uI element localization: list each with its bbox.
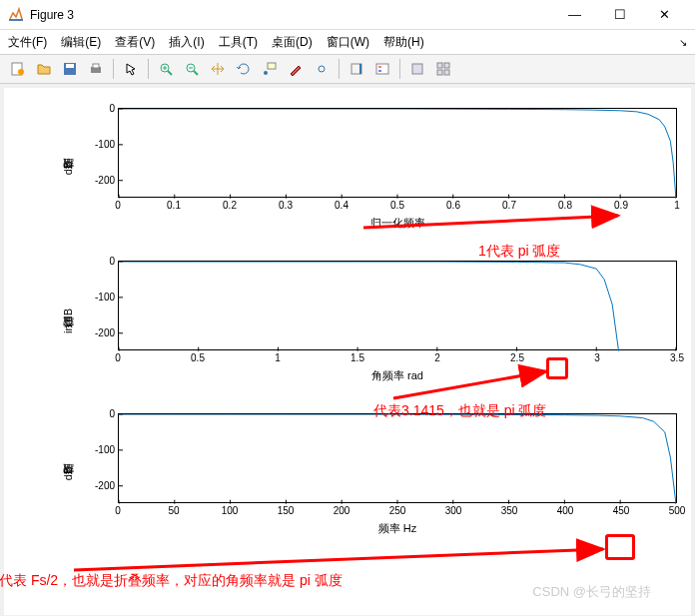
menu-tools[interactable]: 工具(T) bbox=[219, 34, 258, 51]
svg-rect-6 bbox=[93, 64, 99, 68]
plot-box[interactable] bbox=[118, 413, 677, 503]
toolbar-separator bbox=[399, 59, 400, 79]
plot-box[interactable] bbox=[118, 108, 677, 198]
yticks: 0-100-200 bbox=[85, 261, 115, 383]
arrow-3 bbox=[64, 537, 623, 577]
svg-point-15 bbox=[264, 71, 268, 75]
svg-line-67 bbox=[74, 549, 603, 570]
svg-rect-23 bbox=[444, 63, 449, 68]
matlab-icon bbox=[8, 7, 24, 23]
xlabel: 频率 Hz bbox=[118, 521, 677, 536]
subplot-1: 增益 dB 0-100-200 00.10.20.30.40.50.60.70.… bbox=[63, 108, 632, 231]
svg-point-2 bbox=[18, 69, 24, 75]
menubar: 文件(F) 编辑(E) 查看(V) 插入(I) 工具(T) 桌面(D) 窗口(W… bbox=[0, 30, 695, 54]
annotation-1: 1代表 pi 弧度 bbox=[478, 243, 560, 261]
titlebar: Figure 3 — ☐ ✕ bbox=[0, 0, 695, 30]
svg-rect-18 bbox=[376, 64, 388, 74]
close-button[interactable]: ✕ bbox=[642, 0, 687, 29]
minimize-button[interactable]: — bbox=[552, 0, 597, 29]
window-controls: — ☐ ✕ bbox=[552, 0, 687, 29]
menu-window[interactable]: 窗口(W) bbox=[327, 34, 369, 51]
menu-view[interactable]: 查看(V) bbox=[115, 34, 155, 51]
menu-insert[interactable]: 插入(I) bbox=[169, 34, 204, 51]
maximize-button[interactable]: ☐ bbox=[597, 0, 642, 29]
svg-rect-17 bbox=[359, 64, 361, 74]
link-button[interactable] bbox=[310, 57, 334, 81]
rotate-button[interactable] bbox=[232, 57, 256, 81]
new-figure-button[interactable] bbox=[6, 57, 30, 81]
svg-rect-0 bbox=[9, 19, 23, 21]
highlight-box-2 bbox=[546, 357, 568, 379]
ylabel: 增益 dB bbox=[61, 466, 76, 483]
pointer-button[interactable] bbox=[119, 57, 143, 81]
toolbar-separator bbox=[148, 59, 149, 79]
pan-button[interactable] bbox=[206, 57, 230, 81]
print-button[interactable] bbox=[84, 57, 108, 81]
svg-rect-14 bbox=[268, 63, 276, 69]
colorbar-button[interactable] bbox=[345, 57, 368, 81]
zoom-in-button[interactable] bbox=[154, 57, 178, 81]
save-button[interactable] bbox=[58, 57, 82, 81]
layout-single-button[interactable] bbox=[405, 57, 429, 81]
toolbar-separator bbox=[113, 59, 114, 79]
ylabel: 增益 in dB bbox=[61, 308, 76, 335]
window-title: Figure 3 bbox=[30, 8, 552, 22]
yticks: 0-100-200 bbox=[85, 108, 115, 231]
svg-line-12 bbox=[194, 71, 198, 75]
figure-area: 增益 dB 0-100-200 00.10.20.30.40.50.60.70.… bbox=[4, 88, 691, 615]
toolbar bbox=[0, 54, 695, 84]
svg-line-8 bbox=[168, 71, 172, 75]
layout-grid-button[interactable] bbox=[431, 57, 455, 81]
annotation-3: 代表 Fs/2，也就是折叠频率，对应的角频率就是 pi 弧度 bbox=[0, 572, 343, 590]
svg-rect-25 bbox=[444, 70, 449, 75]
menu-help[interactable]: 帮助(H) bbox=[383, 34, 424, 51]
plot-box[interactable] bbox=[118, 261, 677, 350]
xlabel: 归一化频率 bbox=[118, 216, 677, 231]
ylabel: 增益 dB bbox=[61, 161, 76, 178]
subplot-3: 增益 dB 0-100-200 050100150200250300350400… bbox=[63, 413, 632, 536]
svg-rect-24 bbox=[437, 70, 442, 75]
svg-rect-22 bbox=[437, 63, 442, 68]
menu-desktop[interactable]: 桌面(D) bbox=[272, 34, 313, 51]
menu-file[interactable]: 文件(F) bbox=[8, 34, 47, 51]
svg-rect-21 bbox=[412, 64, 422, 74]
open-button[interactable] bbox=[32, 57, 56, 81]
svg-rect-4 bbox=[66, 64, 74, 68]
menu-edit[interactable]: 编辑(E) bbox=[61, 34, 101, 51]
zoom-out-button[interactable] bbox=[180, 57, 204, 81]
datatip-button[interactable] bbox=[258, 57, 282, 81]
xlabel: 角频率 rad bbox=[118, 368, 677, 383]
brush-button[interactable] bbox=[284, 57, 308, 81]
watermark: CSDN @长弓的坚持 bbox=[532, 583, 651, 601]
toolbar-separator bbox=[339, 59, 340, 79]
yticks: 0-100-200 bbox=[85, 413, 115, 536]
legend-button[interactable] bbox=[370, 57, 394, 81]
highlight-box-3 bbox=[605, 534, 635, 560]
menu-overflow-icon[interactable]: ↘ bbox=[679, 37, 687, 48]
annotation-2: 代表3.1415，也就是 pi 弧度 bbox=[373, 402, 547, 420]
